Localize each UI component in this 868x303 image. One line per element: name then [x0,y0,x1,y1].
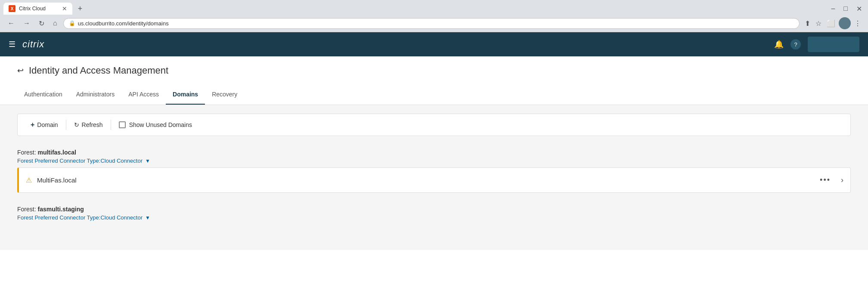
browser-toolbar-actions: ⬆ ☆ ⬜ ⋮ [803,17,863,29]
share-icon[interactable]: ⬆ [803,18,812,29]
profile-avatar[interactable] [839,17,851,29]
forest-name-1: multifas.local [37,149,76,156]
user-menu-button[interactable] [808,37,859,52]
home-button[interactable]: ⌂ [50,18,60,29]
show-unused-domains-button[interactable]: Show Unused Domains [113,119,198,131]
tab-title: Citrix Cloud [19,6,59,12]
new-tab-button[interactable]: + [74,3,86,15]
window-close-button[interactable]: ✕ [854,4,865,14]
tab-recovery[interactable]: Recovery [205,85,244,105]
window-restore-button[interactable]: □ [841,4,850,13]
tab-authentication[interactable]: Authentication [17,85,69,105]
page-title: Identity and Access Management [29,65,168,76]
forest-name-2: fasmulti.staging [37,206,84,213]
tab-close-button[interactable]: ✕ [62,6,67,12]
domain-warning-icon: ⚠ [26,176,32,184]
page-header: ↩ Identity and Access Management [0,56,868,85]
content-area: + Domain ↻ Refresh Show Unused Domains F… [17,105,851,241]
forest-title-1: Forest: multifas.local [17,149,851,156]
add-domain-label: Domain [37,121,58,128]
browser-menu-icon[interactable]: ⋮ [852,18,863,29]
window-controls: – □ ✕ [828,4,865,14]
forest-header-2: Forest: fasmulti.staging Forest Preferre… [17,201,851,224]
connector-chevron-2: ▼ [145,215,150,221]
forest-label-1: Forest: [17,149,37,156]
connector-chevron-1: ▼ [145,158,150,164]
browser-titlebar: X Citrix Cloud ✕ + – □ ✕ [0,0,868,15]
domain-card-multifas: ⚠ MultiFas.local ••• › [17,167,851,193]
domain-expand-button[interactable]: › [841,176,843,185]
tab-administrators[interactable]: Administrators [69,85,121,105]
page-content: ↩ Identity and Access Management Authent… [0,56,868,250]
ssl-lock-icon: 🔒 [69,20,75,26]
forest-header-1: Forest: multifas.local Forest Preferred … [17,145,851,167]
tabs-bar: Authentication Administrators API Access… [0,85,868,105]
forest-connector-2[interactable]: Forest Preferred Connector Type:Cloud Co… [17,214,851,221]
header-actions: 🔔 ? [774,37,859,52]
forest-section-2: Forest: fasmulti.staging Forest Preferre… [17,201,851,224]
show-unused-checkbox[interactable] [119,121,126,128]
window-minimize-button[interactable]: – [828,4,837,13]
plus-icon: + [31,121,34,129]
address-bar[interactable]: 🔒 [63,18,800,29]
domain-options-button[interactable]: ••• [816,174,834,186]
back-button[interactable]: ← [5,18,17,29]
tab-api-access[interactable]: API Access [121,85,166,105]
forest-connector-label-2: Forest Preferred Connector Type:Cloud Co… [17,214,143,221]
show-unused-label: Show Unused Domains [129,121,192,128]
domain-actions-multifas: ••• › [816,174,843,186]
forest-section-1: Forest: multifas.local Forest Preferred … [17,145,851,193]
app-header: ☰ citrix 🔔 ? [0,32,868,56]
forest-title-2: Forest: fasmulti.staging [17,206,851,213]
tab-favicon: X [9,5,16,12]
forward-button[interactable]: → [21,18,33,29]
notification-icon[interactable]: 🔔 [774,40,784,49]
forest-connector-label-1: Forest Preferred Connector Type:Cloud Co… [17,158,143,164]
reload-button[interactable]: ↻ [36,18,47,29]
page-back-button[interactable]: ↩ [17,66,24,75]
help-icon[interactable]: ? [790,39,801,49]
browser-toolbar: ← → ↻ ⌂ 🔒 ⬆ ☆ ⬜ ⋮ [0,15,868,32]
forest-connector-1[interactable]: Forest Preferred Connector Type:Cloud Co… [17,158,851,164]
browser-chrome: X Citrix Cloud ✕ + – □ ✕ ← → ↻ ⌂ 🔒 ⬆ ☆ ⬜… [0,0,868,32]
refresh-icon: ↻ [74,121,79,128]
toolbar-divider-2 [111,120,111,130]
refresh-label: Refresh [82,121,103,128]
domain-name-multifas: MultiFas.local [37,176,816,184]
browser-tab[interactable]: X Citrix Cloud ✕ [3,3,72,15]
forest-label-2: Forest: [17,206,37,213]
bookmark-icon[interactable]: ☆ [814,18,823,29]
toolbar-divider-1 [66,120,66,130]
hamburger-menu-icon[interactable]: ☰ [9,40,16,49]
refresh-button[interactable]: ↻ Refresh [68,119,109,131]
extensions-icon[interactable]: ⬜ [825,18,837,29]
domains-toolbar: + Domain ↻ Refresh Show Unused Domains [17,114,851,136]
citrix-logo: citrix [22,39,44,50]
url-input[interactable] [78,20,794,27]
tab-domains[interactable]: Domains [166,85,205,105]
add-domain-button[interactable]: + Domain [25,118,64,131]
